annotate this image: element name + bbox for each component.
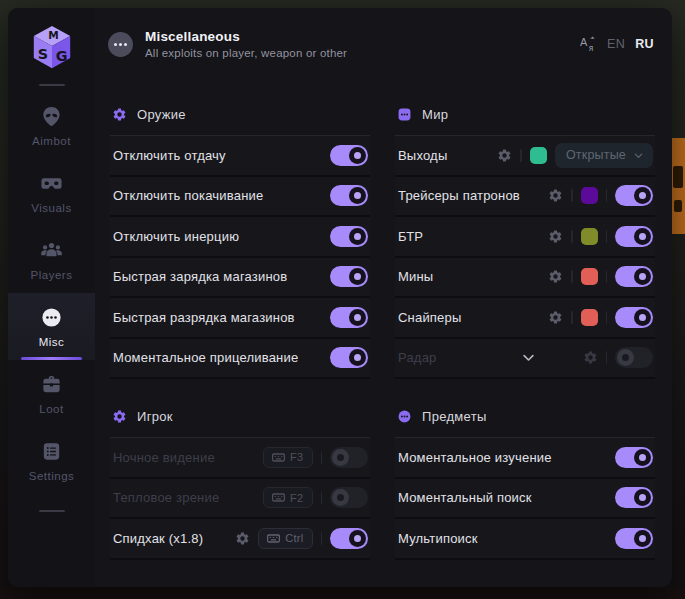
- row-controls: F2: [263, 487, 368, 508]
- separator: [321, 491, 323, 504]
- setting-row: Тепловое зрениеF2: [110, 479, 370, 520]
- color-swatch[interactable]: [581, 187, 598, 204]
- chevron-down-icon[interactable]: [521, 350, 536, 365]
- toggle-switch[interactable]: [330, 185, 368, 206]
- row-controls: [548, 266, 653, 287]
- row-controls: [548, 226, 653, 247]
- setting-label: Снайперы: [398, 310, 462, 325]
- setting-label: Моментальное изучение: [398, 450, 552, 465]
- setting-row: Моментальное изучение: [395, 438, 655, 479]
- hotkey-badge[interactable]: Ctrl: [258, 528, 312, 549]
- toggle-switch[interactable]: [330, 307, 368, 328]
- toggle-switch[interactable]: [615, 528, 653, 549]
- separator: [606, 189, 608, 202]
- toggle-knob: [349, 147, 366, 164]
- players-icon: [40, 239, 63, 262]
- vr-goggles-icon: [40, 172, 63, 195]
- row-controls: Ctrl: [235, 528, 368, 549]
- toggle-switch[interactable]: [330, 145, 368, 166]
- setting-row: Моментальное прицеливание: [110, 339, 370, 380]
- alien-icon: [40, 105, 63, 128]
- hotkey-badge[interactable]: F2: [263, 487, 312, 508]
- separator: [520, 149, 522, 162]
- row-controls: [548, 307, 653, 328]
- keyboard-icon: [272, 453, 285, 462]
- gear-icon[interactable]: [548, 188, 563, 203]
- gear-icon[interactable]: [548, 269, 563, 284]
- color-swatch[interactable]: [581, 268, 598, 285]
- toggle-switch[interactable]: [615, 487, 653, 508]
- sidebar-item-label: Misc: [39, 336, 65, 348]
- app-logo-icon: S G M: [29, 22, 75, 74]
- gear-icon[interactable]: [548, 229, 563, 244]
- row-controls: [330, 266, 368, 287]
- gear-icon: [112, 107, 127, 122]
- dots-circle-icon: [397, 409, 412, 424]
- row-controls: [615, 487, 653, 508]
- toggle-switch[interactable]: [615, 447, 653, 468]
- toggle-switch[interactable]: [330, 487, 368, 508]
- toggle-knob: [332, 489, 349, 506]
- toggle-switch[interactable]: [330, 447, 368, 468]
- setting-row: Радар: [395, 339, 655, 380]
- lang-ru-button[interactable]: RU: [635, 37, 654, 51]
- hotkey-badge[interactable]: F3: [263, 447, 312, 468]
- color-swatch[interactable]: [530, 147, 547, 164]
- hotkey-label: F2: [290, 492, 303, 504]
- toggle-knob: [349, 228, 366, 245]
- content-column-right: МирВыходыОткрытыеТрейсеры патроновБТРМин…: [395, 104, 655, 587]
- svg-text:M: M: [48, 29, 58, 41]
- toggle-switch[interactable]: [615, 266, 653, 287]
- toggle-knob: [349, 187, 366, 204]
- sidebar-item-loot[interactable]: Loot: [8, 360, 95, 427]
- setting-label: Мультипоиск: [398, 531, 478, 546]
- setting-label: Спидхак (x1.8): [113, 531, 203, 546]
- setting-row: Отключить покачивание: [110, 177, 370, 218]
- sidebar-item-misc[interactable]: Misc: [8, 293, 95, 360]
- color-swatch[interactable]: [581, 228, 598, 245]
- sidebar-item-aimbot[interactable]: Aimbot: [8, 92, 95, 159]
- sidebar-item-players[interactable]: Players: [8, 226, 95, 293]
- hotkey-label: F3: [290, 451, 303, 463]
- toggle-switch[interactable]: [615, 307, 653, 328]
- section-weapon: ОружиеОтключить отдачуОтключить покачива…: [110, 104, 370, 379]
- setting-row: ВыходыОткрытые: [395, 136, 655, 177]
- separator: [571, 230, 573, 243]
- gear-icon[interactable]: [548, 310, 563, 325]
- svg-text:S: S: [37, 47, 47, 63]
- row-controls: [548, 185, 653, 206]
- gear-icon[interactable]: [235, 531, 250, 546]
- sidebar-item-settings[interactable]: Settings: [8, 427, 95, 494]
- toggle-knob: [634, 187, 651, 204]
- toggle-switch[interactable]: [330, 266, 368, 287]
- sidebar-item-visuals[interactable]: Visuals: [8, 159, 95, 226]
- gear-icon[interactable]: [497, 148, 512, 163]
- separator: [606, 351, 608, 364]
- toggle-switch[interactable]: [615, 185, 653, 206]
- toggle-knob: [617, 349, 634, 366]
- separator: [321, 451, 323, 464]
- dropdown-select[interactable]: Открытые: [555, 143, 653, 168]
- toggle-switch[interactable]: [615, 347, 653, 368]
- toggle-switch[interactable]: [330, 347, 368, 368]
- gear-icon[interactable]: [583, 350, 598, 365]
- page-header-left: Miscellaneous All exploits on player, we…: [108, 29, 347, 59]
- lang-en-button[interactable]: EN: [607, 37, 625, 51]
- keyboard-icon: [272, 493, 285, 502]
- dropdown-value: Открытые: [566, 148, 626, 162]
- row-controls: [330, 307, 368, 328]
- chevron-down-icon: [633, 150, 644, 161]
- color-swatch[interactable]: [581, 309, 598, 326]
- keyboard-icon: [267, 534, 280, 543]
- section-title: Игрок: [137, 409, 173, 424]
- toggle-switch[interactable]: [330, 226, 368, 247]
- hotkey-label: Ctrl: [285, 532, 303, 544]
- section-title: Оружие: [137, 107, 186, 122]
- sidebar-nav: AimbotVisualsPlayersMiscLootSettings: [8, 92, 95, 494]
- toggle-switch[interactable]: [615, 226, 653, 247]
- sidebar-item-label: Players: [31, 269, 73, 281]
- toggle-switch[interactable]: [330, 528, 368, 549]
- sidebar-item-label: Settings: [29, 470, 75, 482]
- page-title: Miscellaneous: [145, 29, 347, 44]
- toggle-knob: [634, 530, 651, 547]
